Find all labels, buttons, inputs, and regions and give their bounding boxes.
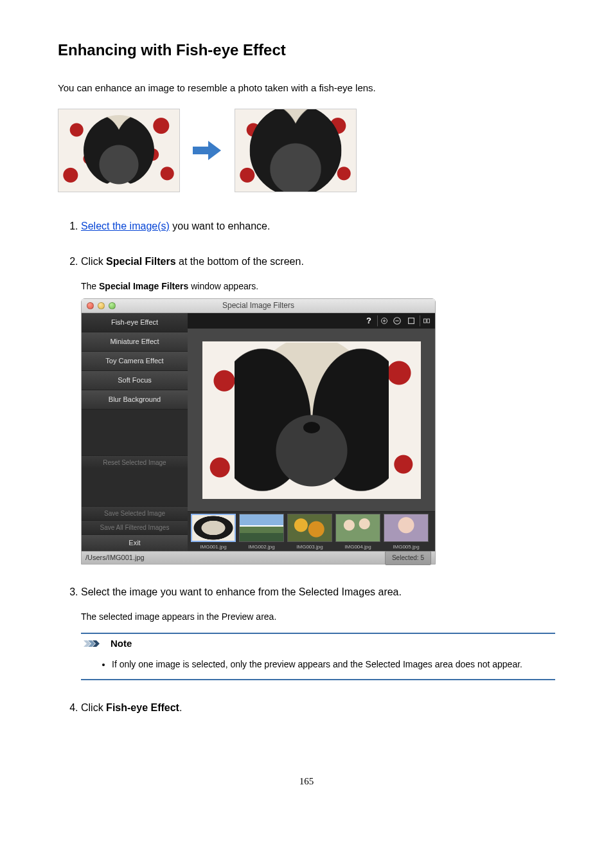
select-images-link[interactable]: Select the image(s) [81,221,170,231]
step-2-sub-prefix: The [81,281,99,291]
note-label: Note [111,636,132,651]
step-4-term: Fish-eye Effect [106,702,179,713]
zoom-out-icon[interactable] [391,315,403,327]
compare-view-icon[interactable] [420,315,431,327]
thumbnail-label: IMG001.jpg [200,543,226,552]
step-2-term: Special Filters [106,256,176,267]
sidebar-item-blur-background[interactable]: Blur Background [82,390,188,410]
thumbnail[interactable]: IMG005.jpg [384,514,429,552]
status-path: /Users/IMG001.jpg [85,552,145,564]
step-2: Click Special Filters at the bottom of t… [81,253,555,565]
note-chevron-icon [84,639,107,648]
step-4-suffix: . [179,702,182,713]
step-3-sub: The selected image appears in the Previe… [81,610,555,624]
svg-rect-6 [424,319,427,323]
step-2-sub-suffix: window appears. [188,281,258,291]
before-after-row [58,109,555,192]
preview-toolbar: ? [188,313,435,329]
thumbnail-label: IMG002.jpg [248,543,274,552]
sidebar-item-miniature[interactable]: Miniature Effect [82,332,188,352]
arrow-right-icon [193,141,222,160]
thumbnail[interactable]: IMG002.jpg [239,514,284,552]
help-icon[interactable]: ? [363,315,375,327]
reset-selected-button[interactable]: Reset Selected Image [82,455,188,469]
sidebar-item-soft-focus[interactable]: Soft Focus [82,371,188,390]
intro-text: You can enhance an image to resemble a p… [58,81,555,96]
step-2-prefix: Click [81,256,106,267]
thumbnail[interactable]: IMG001.jpg [191,514,236,552]
selected-images-area: IMG001.jpg IMG002.jpg IMG003.jpg IM [188,511,435,551]
save-all-button[interactable]: Save All Filtered Images [82,520,188,534]
before-image [58,109,180,192]
thumbnail-label: IMG003.jpg [296,543,323,552]
thumbnail-label: IMG004.jpg [344,543,371,552]
page-title: Enhancing with Fish-eye Effect [58,39,555,62]
statusbar: /Users/IMG001.jpg Selected: 5 [82,551,435,564]
after-image [235,109,357,192]
step-3: Select the image you want to enhance fro… [81,584,555,680]
zoom-icon[interactable] [109,302,116,309]
note-block: Note If only one image is selected, only… [81,633,555,680]
page-number: 165 [58,774,555,789]
sidebar-item-fisheye[interactable]: Fish-eye Effect [82,313,188,332]
app-window: Special Image Filters Fish-eye Effect Mi… [81,298,436,565]
svg-rect-5 [409,318,414,324]
window-title: Special Image Filters [222,300,294,312]
sidebar-item-toy-camera[interactable]: Toy Camera Effect [82,352,188,371]
status-selected-count: Selected: 5 [385,551,431,565]
sidebar: Fish-eye Effect Miniature Effect Toy Cam… [82,313,188,551]
save-selected-button[interactable]: Save Selected Image [82,506,188,520]
close-icon[interactable] [87,302,94,309]
minimize-icon[interactable] [98,302,105,309]
step-4: Click Fish-eye Effect. [81,700,555,716]
window-titlebar: Special Image Filters [82,299,435,313]
svg-rect-7 [427,319,430,323]
note-bullet: If only one image is selected, only the … [112,657,553,671]
preview-image [202,341,421,499]
preview-area [188,329,435,511]
thumbnail[interactable]: IMG004.jpg [335,514,380,552]
fit-view-icon[interactable] [405,315,417,327]
thumbnail-label: IMG005.jpg [393,543,419,552]
step-3-text: Select the image you want to enhance fro… [81,586,402,597]
zoom-in-icon[interactable] [377,315,389,327]
step-2-sub-term: Special Image Filters [99,281,188,291]
step-1-tail: you want to enhance. [170,221,271,231]
step-1: Select the image(s) you want to enhance. [81,218,555,235]
thumbnail[interactable]: IMG003.jpg [287,514,332,552]
step-2-suffix: at the bottom of the screen. [176,256,304,267]
step-4-prefix: Click [81,702,106,713]
exit-button[interactable]: Exit [82,534,188,551]
